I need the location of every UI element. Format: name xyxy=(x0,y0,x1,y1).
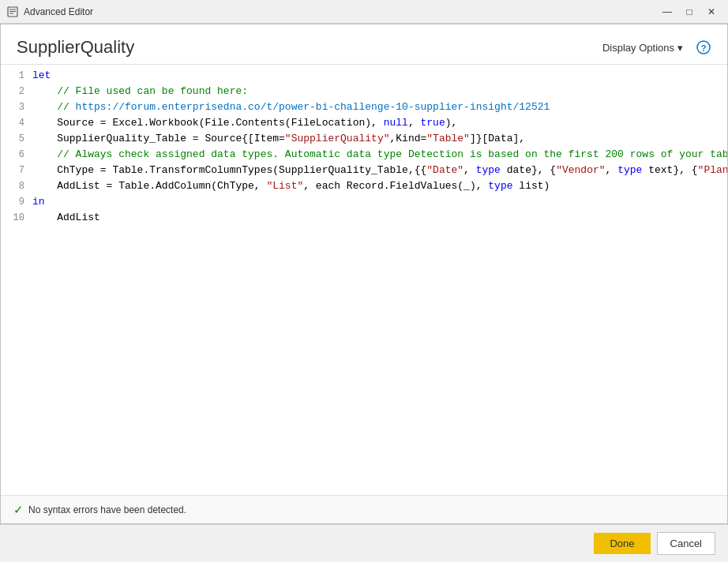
display-options-label: Display Options xyxy=(602,42,674,54)
close-button[interactable]: ✕ xyxy=(701,3,722,21)
code-line: 5 SupplierQuality_Table = Source{[Item="… xyxy=(1,131,727,147)
code-editor[interactable]: 1 let 2 // File used can be found here: … xyxy=(1,65,727,495)
status-bar: ✓ No syntax errors have been detected. xyxy=(1,495,727,523)
done-button[interactable]: Done xyxy=(594,533,650,554)
window-title: Advanced Editor xyxy=(24,6,657,17)
code-line: 1 let xyxy=(1,68,727,84)
footer: Done Cancel xyxy=(0,524,728,562)
code-line: 9 in xyxy=(1,194,727,210)
svg-text:?: ? xyxy=(701,43,707,53)
app-icon xyxy=(6,6,19,18)
status-check-icon: ✓ xyxy=(13,503,24,517)
header-right: Display Options ▾ ? xyxy=(598,39,711,57)
status-text: No syntax errors have been detected. xyxy=(28,504,186,515)
code-line: 8 AddList = Table.AddColumn(ChType, "Lis… xyxy=(1,178,727,194)
cancel-button[interactable]: Cancel xyxy=(657,532,715,555)
code-line: 2 // File used can be found here: xyxy=(1,84,727,99)
help-button[interactable]: ? xyxy=(696,39,711,55)
code-line: 4 Source = Excel.Workbook(File.Contents(… xyxy=(1,115,727,131)
maximize-button[interactable]: □ xyxy=(679,3,700,21)
code-line: 7 ChType = Table.TransformColumnTypes(Su… xyxy=(1,163,727,178)
minimize-button[interactable]: — xyxy=(657,3,677,21)
display-options-chevron: ▾ xyxy=(677,42,683,54)
code-line: 3 // https://forum.enterprisedna.co/t/po… xyxy=(1,99,727,115)
window-controls: — □ ✕ xyxy=(657,3,722,21)
code-line: 6 // Always check assigned data types. A… xyxy=(1,147,727,163)
display-options-button[interactable]: Display Options ▾ xyxy=(598,39,688,57)
editor-container: 1 let 2 // File used can be found here: … xyxy=(1,64,727,495)
main-window: SupplierQuality Display Options ▾ ? 1 le… xyxy=(0,24,728,524)
code-line: 10 AddList xyxy=(1,210,727,226)
query-title: SupplierQuality xyxy=(17,37,134,58)
title-bar: Advanced Editor — □ ✕ xyxy=(0,0,728,24)
window-header: SupplierQuality Display Options ▾ ? xyxy=(1,24,727,64)
